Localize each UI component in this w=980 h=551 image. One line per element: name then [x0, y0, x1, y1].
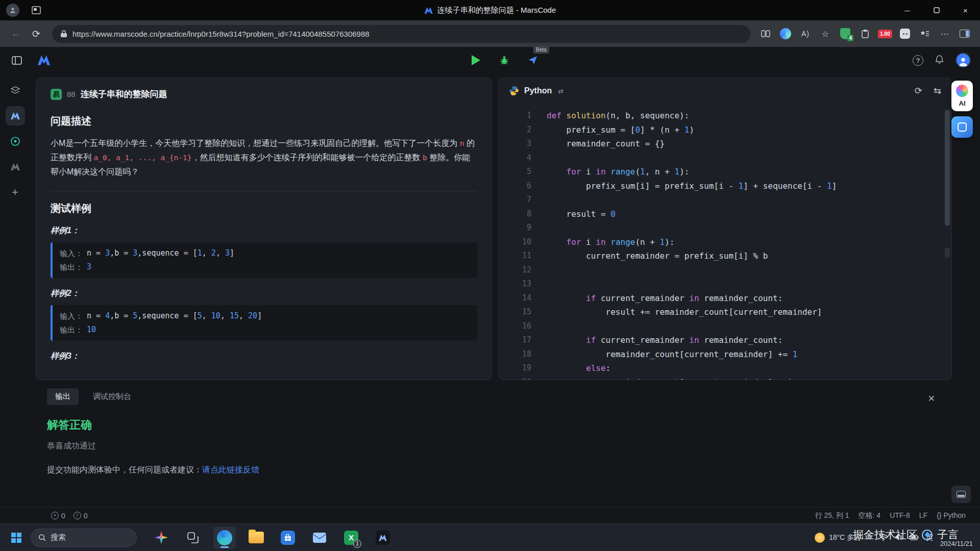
feedback-row: 提交功能内测体验中，任何问题或者建议：请点此链接反馈 — [47, 465, 952, 475]
example-block: 输入： n = 4,b = 5,sequence = [5, 10, 15, 2… — [51, 305, 477, 341]
tab-output[interactable]: 输出 — [47, 388, 79, 405]
address-bar[interactable]: https://www.marscode.cn/practice/lnrp0r1… — [52, 25, 750, 43]
clipboard-extension-icon[interactable] — [857, 26, 873, 42]
shield-icon: 4 — [840, 28, 850, 39]
rail-layers-icon[interactable] — [6, 81, 25, 100]
start-button[interactable] — [5, 527, 28, 549]
taskbar-edge-icon[interactable] — [213, 527, 236, 549]
sidebar-glyph — [960, 30, 970, 38]
price-extension-icon[interactable]: 1.00 — [877, 26, 893, 42]
sidebar-toggle-icon[interactable] — [957, 26, 973, 42]
language-mode[interactable]: {} Python — [937, 511, 966, 520]
taskbar: 搜索 X 1 — [0, 523, 980, 551]
result-subtitle: 恭喜成功通过 — [47, 441, 952, 452]
panel-collapse-icon[interactable] — [9, 53, 24, 68]
watermark: 掘金技术社区 子言 — [853, 528, 959, 542]
encoding[interactable]: UTF-8 — [890, 511, 910, 520]
line-numbers: 1234567891011121314151617181920 — [499, 109, 531, 380]
panels: 易 88 连续子串和的整除问题 问题描述 小M是一个五年级的小学生，今天他学习了… — [36, 78, 952, 380]
python-icon — [509, 86, 519, 96]
rail-explore-icon[interactable] — [6, 132, 25, 151]
result-title: 解答正确 — [47, 417, 952, 433]
browser-menu-icon[interactable]: ⋯ — [937, 26, 953, 42]
close-output-icon[interactable]: ✕ — [928, 393, 935, 404]
watermark-community: 掘金技术社区 — [853, 528, 917, 542]
favorite-star-icon[interactable]: ☆ — [817, 26, 834, 42]
workspace-icon[interactable] — [32, 6, 41, 14]
ai-assistant-button[interactable]: AI — [951, 81, 973, 111]
minimize-button[interactable]: ─ — [893, 0, 922, 20]
warning-icon: ! — [74, 512, 81, 519]
refresh-icon[interactable]: ⟳ — [28, 25, 45, 42]
status-bar: ×0 !0 行 25, 列 1 空格: 4 UTF-8 LF {} Python — [0, 507, 980, 523]
sidebar-tool-button[interactable] — [951, 116, 973, 138]
url-text: https://www.marscode.cn/practice/lnrp0r1… — [72, 30, 370, 38]
left-rail: + — [0, 73, 30, 507]
back-icon[interactable]: ← — [7, 25, 24, 42]
split-screen-icon[interactable] — [757, 26, 774, 42]
output-value: 3 — [87, 260, 91, 274]
app-body: + 易 88 连续子串和的整除问题 问题描述 小M是一个五年级的小学生，今 — [0, 73, 980, 507]
code-editor[interactable]: 1234567891011121314151617181920 def solu… — [499, 104, 951, 380]
output-tabs: 输出 调试控制台 — [47, 388, 952, 405]
cursor-position[interactable]: 行 25, 列 1 — [815, 511, 849, 520]
screen: 连续子串和的整除问题 - MarsCode ─ × ← ⟳ https://ww… — [0, 0, 980, 551]
user-avatar[interactable] — [955, 53, 971, 68]
input-label: 输入： — [60, 246, 83, 260]
close-button[interactable]: × — [951, 0, 980, 20]
read-aloud-icon[interactable]: A) — [797, 26, 814, 42]
task-view-icon[interactable] — [182, 527, 204, 549]
rail-m-icon[interactable] — [6, 157, 25, 177]
notifications-icon[interactable] — [935, 55, 944, 66]
taskbar-icons: X 1 — [150, 527, 394, 549]
errors-indicator: ×0 — [51, 512, 65, 520]
input-value: n = 3,b = 3,sequence = [1, 2, 3] — [87, 246, 234, 260]
format-code-icon[interactable]: ⇆ — [934, 85, 941, 96]
submit-button[interactable]: Beta — [525, 53, 541, 68]
adblock-extension-icon[interactable]: 4 — [837, 26, 853, 42]
maximize-button[interactable] — [922, 0, 951, 20]
example-label: 样例1： — [51, 226, 477, 236]
example-output-row: 输出： 10 — [60, 323, 470, 337]
excel-icon[interactable]: X 1 — [340, 527, 362, 549]
rail-add-icon[interactable]: + — [6, 183, 25, 202]
run-button[interactable] — [468, 53, 483, 68]
lock-icon — [60, 30, 67, 38]
workspace: 易 88 连续子串和的整除问题 问题描述 小M是一个五年级的小学生，今天他学习了… — [30, 73, 980, 507]
taskbar-marscode-icon[interactable] — [372, 527, 394, 549]
feedback-link[interactable]: 请点此链接反馈 — [202, 465, 259, 474]
person-icon — [9, 6, 17, 14]
reset-code-icon[interactable]: ⟳ — [915, 85, 922, 96]
editor-scrollbar[interactable] — [945, 110, 950, 226]
favorites-bar-icon[interactable] — [917, 26, 933, 42]
copilot-icon[interactable] — [777, 26, 794, 42]
editor-panel: Python ⇄ ⟳ ⇆ 123456789101112131415161718… — [498, 78, 952, 380]
debug-button[interactable] — [497, 53, 512, 68]
tab-debug-console[interactable]: 调试控制台 — [85, 388, 139, 405]
marscode-app: Beta ? — [0, 47, 980, 523]
example-3: 样例3： — [51, 351, 477, 362]
window-title: 连续子串和的整除问题 - MarsCode — [424, 6, 556, 15]
microsoft-store-icon[interactable] — [277, 527, 299, 549]
header-right: ? — [913, 53, 971, 68]
status-problems[interactable]: ×0 !0 — [51, 512, 88, 520]
problem-content[interactable]: 问题描述 小M是一个五年级的小学生，今天他学习了整除的知识，想通过一些练习来巩固… — [36, 102, 492, 380]
browser-profile-avatar[interactable] — [6, 4, 19, 17]
mail-icon[interactable] — [308, 527, 331, 549]
file-explorer-icon[interactable] — [245, 527, 267, 549]
taskbar-search[interactable]: 搜索 — [31, 529, 137, 547]
output-label: 输出： — [60, 260, 83, 274]
status-right: 行 25, 列 1 空格: 4 UTF-8 LF {} Python — [815, 511, 966, 520]
help-icon[interactable]: ? — [913, 55, 923, 66]
eol[interactable]: LF — [919, 511, 927, 520]
taskbar-copilot-icon[interactable] — [150, 527, 173, 549]
monkey-extension-icon[interactable] — [897, 26, 913, 42]
code-lines[interactable]: def solution(n, b, sequence): prefix_sum… — [531, 109, 837, 380]
language-switch-icon[interactable]: ⇄ — [558, 87, 564, 95]
layout-toggle-button[interactable] — [951, 486, 971, 503]
excel-badge: 1 — [353, 540, 361, 548]
warnings-indicator: !0 — [74, 512, 88, 520]
indent-setting[interactable]: 空格: 4 — [859, 511, 881, 520]
rail-marscode-icon[interactable] — [6, 106, 25, 126]
adblock-badge: 4 — [847, 35, 853, 41]
